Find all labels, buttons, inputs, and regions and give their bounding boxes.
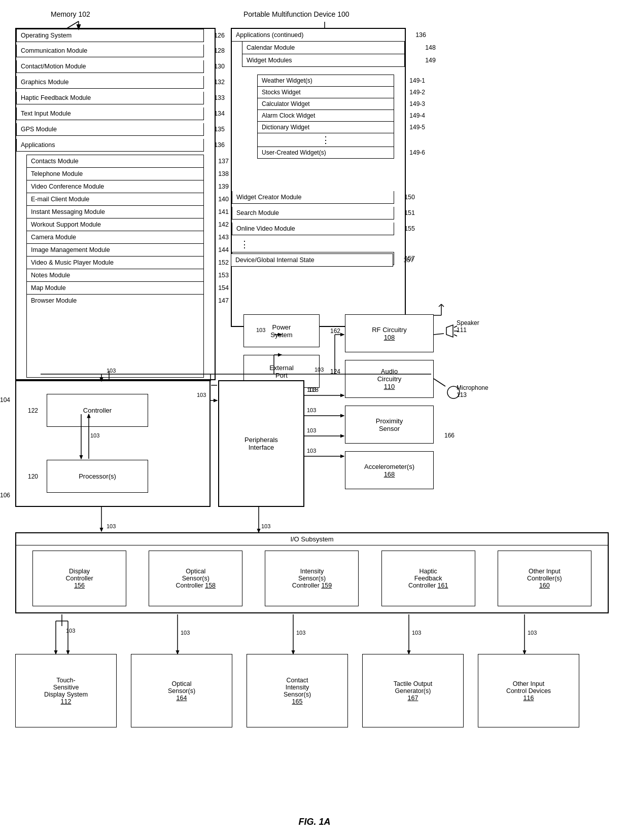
- accel-ref: 168: [364, 470, 414, 478]
- pmd-widget-modules: Widget Modules 149: [242, 54, 405, 67]
- widget-dots: ⋮: [258, 133, 394, 147]
- svg-text:103: 103: [307, 448, 316, 454]
- ref-149-1: 149-1: [409, 77, 425, 84]
- peripherals-box: Peripherals Interface 118: [218, 380, 304, 507]
- mem-row-comm: Communication Module 128: [16, 45, 204, 57]
- svg-line-50: [434, 334, 444, 335]
- svg-text:103: 103: [107, 523, 116, 529]
- app-image: Image Management Module 144: [27, 244, 203, 257]
- rf-ref: 108: [372, 334, 407, 341]
- ref-149: 149: [425, 57, 436, 64]
- ref-143: 143: [218, 234, 229, 241]
- ref-157b: 157: [403, 257, 414, 264]
- app-notes: Notes Module 153: [27, 269, 203, 282]
- ref-167: 167: [408, 695, 418, 702]
- svg-text:103: 103: [528, 630, 537, 636]
- widget-weather: Weather Widget(s) 149-1: [258, 75, 394, 87]
- ref-128: 128: [214, 47, 225, 54]
- audio-circuitry-box: Audio Circuitry 110: [345, 360, 434, 398]
- app-email: E-mail Client Module 140: [27, 193, 203, 206]
- periph-label2: Interface: [244, 444, 278, 451]
- svg-text:103: 103: [296, 630, 305, 636]
- app-contacts: Contacts Module 137: [27, 155, 203, 168]
- intensity-ctrl-box: IntensitySensor(s)Controller 159: [265, 551, 359, 606]
- ref-154: 154: [218, 284, 229, 291]
- ref-150: 150: [404, 194, 415, 201]
- ref-158: 158: [205, 582, 216, 589]
- mem-row-haptic: Haptic Feedback Module 133: [16, 92, 204, 104]
- app-workout: Workout Support Module 142: [27, 218, 203, 231]
- rf-label: RF Circuitry: [372, 326, 407, 334]
- ref-141: 141: [218, 208, 229, 215]
- svg-line-1: [454, 326, 457, 327]
- ref-116: 116: [523, 695, 534, 702]
- pmd-global-state-fix: Device/Global Internal State 157: [231, 253, 393, 267]
- other-input-devices-box: Other InputControl Devices116: [478, 654, 579, 727]
- fig-label: FIG. 1A: [298, 817, 330, 827]
- microphone-label: Microphone113: [457, 384, 488, 398]
- touch-display-box: Touch-SensitiveDisplay System112: [15, 654, 117, 727]
- app-video-conf: Video Conference Module 139: [27, 180, 203, 193]
- ref-149-3: 149-3: [409, 100, 425, 107]
- ref-132: 132: [214, 79, 225, 86]
- ref-133: 133: [214, 94, 225, 101]
- svg-text:103: 103: [307, 407, 316, 413]
- ref-140: 140: [218, 196, 229, 203]
- ref-164: 164: [177, 695, 187, 702]
- ref-130: 130: [214, 63, 225, 70]
- ref-126: 126: [214, 32, 225, 39]
- ref-104: 104: [0, 396, 10, 404]
- app-map: Map Module 154: [27, 282, 203, 295]
- ref-142: 142: [218, 221, 229, 228]
- pmd-box: Applications (continued) 136 Calendar Mo…: [231, 28, 406, 327]
- svg-line-55: [441, 304, 444, 307]
- ref-112: 112: [61, 698, 72, 705]
- ref-118: 118: [308, 386, 319, 393]
- svg-text:103: 103: [307, 427, 316, 433]
- proximity-sensor-box: Proximity Sensor 166: [345, 406, 434, 444]
- prox-label: Proximity: [376, 417, 403, 425]
- svg-line-51: [434, 379, 445, 386]
- svg-point-4: [447, 386, 460, 398]
- ref-120: 120: [28, 473, 38, 480]
- svg-line-3: [454, 335, 457, 336]
- app-video-music: Video & Music Player Module 152: [27, 257, 203, 269]
- ref-153: 153: [218, 272, 229, 279]
- svg-text:103: 103: [261, 523, 270, 529]
- processor-label: Processor(s): [79, 472, 116, 480]
- ref-106: 106: [0, 492, 10, 499]
- ref-134: 134: [214, 110, 225, 117]
- haptic-ctrl-box: HapticFeedbackController 161: [381, 551, 475, 606]
- ref-155: 155: [404, 225, 415, 232]
- mem-row-gps: GPS Module 135: [16, 123, 204, 136]
- power-system-box: Power System 162: [243, 314, 320, 347]
- prox-label2: Sensor: [376, 425, 403, 432]
- accel-label: Accelerometer(s): [364, 463, 414, 470]
- external-label2: Port: [269, 372, 294, 379]
- ref-159: 159: [321, 582, 332, 589]
- power-label: Power: [270, 323, 292, 331]
- other-input-ctrl-box: Other InputController(s)160: [498, 551, 591, 606]
- rf-circuitry-box: RF Circuitry 108: [345, 314, 434, 352]
- memory-box: Operating System 126 Communication Modul…: [15, 28, 216, 380]
- pmd-widget-creator: Widget Creator Module 150: [232, 191, 394, 204]
- mem-row-contact: Contact/Motion Module 130: [16, 60, 204, 73]
- periph-label: Peripherals: [244, 436, 278, 444]
- mem-row-os: Operating System 126: [16, 29, 204, 42]
- tactile-output-box: Tactile OutputGenerator(s)167: [362, 654, 464, 727]
- ref-149-4: 149-4: [409, 112, 425, 119]
- ref-124: 124: [330, 368, 340, 375]
- controller-box: Controller 122: [47, 394, 148, 427]
- ref-161: 161: [438, 582, 448, 589]
- svg-line-54: [439, 304, 441, 307]
- ref-122: 122: [28, 407, 38, 414]
- widget-calculator: Calculator Widget 149-3: [258, 98, 394, 110]
- ref-138: 138: [218, 170, 229, 177]
- ref-149-5: 149-5: [409, 124, 425, 131]
- app-telephone: Telephone Module 138: [27, 168, 203, 180]
- ref-160: 160: [539, 582, 550, 589]
- widget-user-created: User-Created Widget(s) 149-6: [258, 147, 394, 158]
- ref-165: 165: [292, 698, 303, 705]
- ref-139: 139: [218, 183, 229, 190]
- ref-135: 135: [214, 126, 225, 133]
